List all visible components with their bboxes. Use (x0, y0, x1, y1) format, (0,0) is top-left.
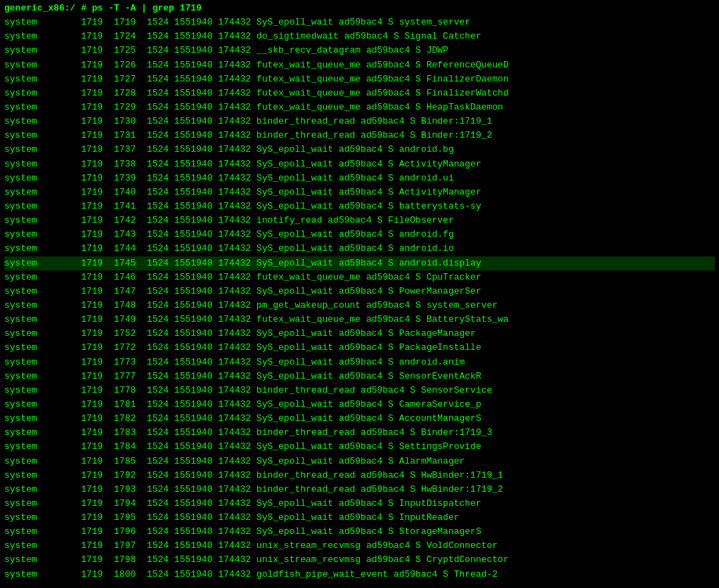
output-line: system 1719 1795 1524 1551940 174432 SyS… (4, 511, 715, 525)
output-line: system 1719 1724 1524 1551940 174432 do_… (4, 30, 715, 44)
output-line: system 1719 1743 1524 1551940 174432 SyS… (4, 228, 715, 242)
output-line: system 1719 1740 1524 1551940 174432 SyS… (4, 185, 715, 200)
output-line: system 1719 1742 1524 1551940 174432 ino… (4, 214, 715, 228)
output-line: system 1719 1744 1524 1551940 174432 SyS… (4, 242, 715, 256)
output-line: system 1719 1782 1524 1551940 174432 SyS… (4, 412, 715, 426)
output-line: system 1719 1725 1524 1551940 174432 __s… (4, 44, 715, 58)
output-line: system 1719 1727 1524 1551940 174432 fut… (4, 72, 715, 86)
output-line: system 1719 1752 1524 1551940 174432 SyS… (4, 327, 715, 341)
output-line: system 1719 1777 1524 1551940 174432 SyS… (4, 370, 715, 384)
output-line: system 1719 1739 1524 1551940 174432 SyS… (4, 171, 715, 185)
output-line: system 1719 1747 1524 1551940 174432 SyS… (4, 285, 715, 299)
output-line: system 1719 1773 1524 1551940 174432 SyS… (4, 355, 715, 370)
output-line: system 1719 1783 1524 1551940 174432 bin… (4, 426, 715, 440)
output-line: system 1719 1737 1524 1551940 174432 SyS… (4, 143, 715, 157)
output-line: system 1719 1781 1524 1551940 174432 SyS… (4, 398, 715, 412)
output-line: system 1719 1800 1524 1551940 174432 gol… (4, 568, 715, 582)
output-line: system 1719 1796 1524 1551940 174432 SyS… (4, 525, 715, 539)
output-line: system 1719 1731 1524 1551940 174432 bin… (4, 129, 715, 143)
output-line: system 1719 1730 1524 1551940 174432 bin… (4, 115, 715, 129)
output-line: system 1719 1748 1524 1551940 174432 pm_… (4, 299, 715, 313)
output-line: system 1719 1784 1524 1551940 174432 SyS… (4, 440, 715, 454)
output-line: system 1719 1719 1524 1551940 174432 SyS… (4, 15, 715, 30)
output-line: system 1719 1792 1524 1551940 174432 bin… (4, 469, 715, 483)
output-line: system 1719 1726 1524 1551940 174432 fut… (4, 58, 715, 72)
output-line: system 1719 1745 1524 1551940 174432 SyS… (4, 256, 715, 270)
output-line: system 1719 1738 1524 1551940 174432 SyS… (4, 157, 715, 171)
output-line: system 1719 1729 1524 1551940 174432 fut… (4, 100, 715, 115)
terminal-window: generic_x86:/ # ps -T -A | grep 1719 sys… (0, 0, 719, 583)
output-line: system 1719 1797 1524 1551940 174432 uni… (4, 539, 715, 553)
command-line: generic_x86:/ # ps -T -A | grep 1719 (4, 1, 715, 15)
output-line: system 1719 1778 1524 1551940 174432 bin… (4, 384, 715, 398)
output-line: system 1719 1746 1524 1551940 174432 fut… (4, 270, 715, 285)
output-line: system 1719 1793 1524 1551940 174432 bin… (4, 483, 715, 497)
output-line: system 1719 1728 1524 1551940 174432 fut… (4, 86, 715, 100)
output-lines: system 1719 1719 1524 1551940 174432 SyS… (4, 15, 715, 582)
output-line: system 1719 1772 1524 1551940 174432 SyS… (4, 341, 715, 355)
output-line: system 1719 1785 1524 1551940 174432 SyS… (4, 455, 715, 469)
output-line: system 1719 1798 1524 1551940 174432 uni… (4, 553, 715, 567)
output-line: system 1719 1749 1524 1551940 174432 fut… (4, 313, 715, 327)
output-line: system 1719 1741 1524 1551940 174432 SyS… (4, 200, 715, 214)
output-line: system 1719 1794 1524 1551940 174432 SyS… (4, 497, 715, 511)
